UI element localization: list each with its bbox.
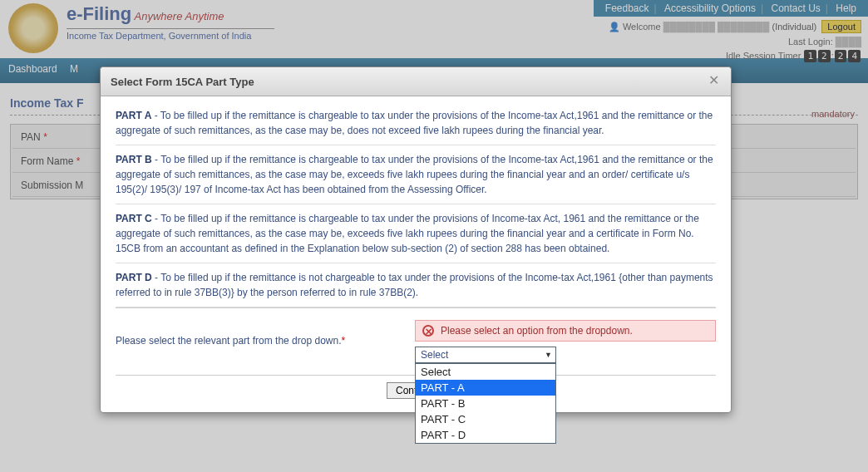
- option-part-d[interactable]: PART - D: [416, 427, 555, 443]
- part-c-desc: PART C - To be filled up if the remittan…: [116, 204, 716, 263]
- modal-title: Select Form 15CA Part Type: [111, 76, 254, 88]
- modal-dialog: Select Form 15CA Part Type ✕ PART A - To…: [100, 66, 732, 413]
- part-d-desc: PART D - To be filled up if the remittan…: [116, 263, 716, 307]
- error-message: ✕ Please select an option from the dropd…: [415, 320, 716, 342]
- chevron-down-icon: ▼: [545, 351, 552, 359]
- error-icon: ✕: [422, 325, 434, 337]
- close-icon[interactable]: ✕: [706, 74, 721, 89]
- option-part-c[interactable]: PART - C: [416, 411, 555, 427]
- part-b-desc: PART B - To be filled up if the remittan…: [116, 145, 716, 204]
- part-dropdown: Select PART - A PART - B PART - C PART -…: [415, 363, 556, 444]
- option-part-a[interactable]: PART - A: [416, 380, 555, 396]
- option-select[interactable]: Select: [416, 364, 555, 380]
- modal-header: Select Form 15CA Part Type ✕: [101, 67, 731, 96]
- part-select[interactable]: Select ▼: [415, 347, 556, 363]
- option-part-b[interactable]: PART - B: [416, 396, 555, 411]
- select-prompt: Please select the relevant part from the…: [116, 320, 415, 347]
- part-a-desc: PART A - To be filled up if the remittan…: [116, 101, 716, 145]
